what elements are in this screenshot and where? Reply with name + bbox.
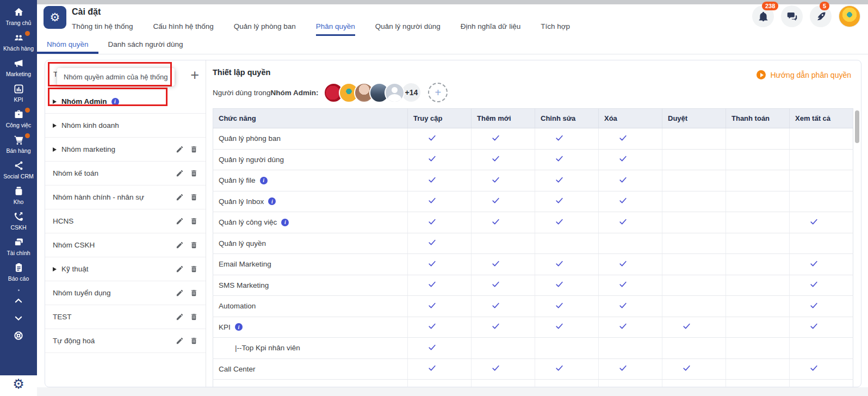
sidebar-item-warehouse[interactable]: Kho [0,183,37,208]
permission-cell[interactable] [472,338,535,359]
header-tab-5[interactable]: Quản lý người dùng [375,22,441,36]
group-row[interactable]: Nhóm tuyển dụng [45,281,206,305]
header-tab-3[interactable]: Quản lý phòng ban [234,22,296,36]
info-icon[interactable]: i [260,177,268,184]
permission-cell[interactable] [535,128,599,150]
add-group-button[interactable]: + [190,67,199,83]
permission-cell[interactable] [535,191,599,212]
permission-cell[interactable] [599,254,662,275]
permission-cell[interactable] [662,254,726,275]
permission-cell[interactable] [599,212,662,233]
sidebar-item-social[interactable]: Social CRM [0,157,37,183]
permission-cell[interactable] [790,296,853,317]
delete-group-button[interactable] [190,193,198,201]
permission-cell[interactable] [790,212,853,233]
permission-cell[interactable] [535,296,599,317]
permission-cell[interactable] [408,296,472,317]
permission-cell[interactable] [535,170,599,191]
quickstart-rocket-button[interactable]: 5 [810,5,832,27]
edit-group-button[interactable] [176,193,184,201]
expand-arrow-icon[interactable] [53,100,57,104]
expand-arrow-icon[interactable] [53,123,57,128]
permission-cell[interactable] [790,233,853,254]
permission-cell[interactable] [726,254,790,275]
permission-cell[interactable] [662,233,726,254]
info-icon[interactable]: i [111,98,119,106]
permission-cell[interactable] [662,170,726,191]
permission-cell[interactable] [408,212,472,233]
add-user-button[interactable]: + [428,83,448,102]
permission-cell[interactable] [726,191,790,212]
sidebar-item-tasks[interactable]: Công việc [0,106,37,132]
permission-cell[interactable] [662,275,726,296]
permission-cell[interactable] [472,296,535,317]
permission-cell[interactable] [790,317,853,338]
permission-cell[interactable] [408,149,472,170]
subtab-2[interactable]: Danh sách người dùng [98,36,193,54]
group-row[interactable]: Nhóm Admini [45,90,206,114]
permission-cell[interactable] [726,275,790,296]
header-tab-6[interactable]: Định nghĩa dữ liệu [461,22,520,36]
permission-cell[interactable] [662,191,726,212]
messages-button[interactable] [781,5,803,27]
delete-group-button[interactable] [190,169,198,177]
permission-cell[interactable] [472,149,535,170]
edit-group-button[interactable] [176,265,184,273]
permission-cell[interactable] [726,233,790,254]
sidebar-item-support[interactable]: CSKH [0,208,37,234]
permission-cell[interactable] [599,296,662,317]
permission-cell[interactable] [472,212,535,233]
permission-cell[interactable] [790,149,853,170]
settings-app-icon[interactable]: ⚙ [44,6,66,29]
permission-cell[interactable] [408,254,472,275]
info-icon[interactable]: i [235,323,243,331]
permission-cell[interactable] [662,212,726,233]
info-icon[interactable]: i [281,219,289,226]
permission-cell[interactable] [599,275,662,296]
group-row[interactable]: Nhóm CSKH [45,233,206,257]
permission-cell[interactable] [535,358,599,380]
delete-group-button[interactable] [190,241,198,249]
permission-cell[interactable] [662,338,726,359]
permission-cell[interactable] [599,358,662,380]
permission-cell[interactable] [599,338,662,359]
delete-group-button[interactable] [190,265,198,273]
group-row[interactable]: Nhóm kế toán [45,162,206,185]
permission-cell[interactable] [662,296,726,317]
edit-group-button[interactable] [176,145,184,153]
permission-cell[interactable] [535,254,599,275]
permission-cell[interactable] [790,191,853,212]
permission-cell[interactable] [535,338,599,359]
permission-cell[interactable] [726,128,790,150]
expand-arrow-icon[interactable] [53,267,57,271]
permission-cell[interactable] [535,212,599,233]
permission-cell[interactable] [408,338,472,359]
sidebar-item-reports[interactable]: Báo cáo [0,259,37,285]
user-avatar[interactable] [839,5,860,27]
sidebar-collapse-up-button[interactable] [0,292,37,310]
permission-cell[interactable] [599,170,662,191]
sidebar-item-finance[interactable]: Tài chính [0,234,37,259]
sidebar-item-customers[interactable]: Khách hàng [0,29,37,55]
permission-cell[interactable] [790,338,853,359]
permission-cell[interactable] [408,170,472,191]
sidebar-item-kpi[interactable]: KPI [0,81,37,106]
permission-cell[interactable] [408,233,472,254]
sidebar-item-home[interactable]: Trang chủ [0,4,37,29]
permission-cell[interactable] [599,317,662,338]
permission-cell[interactable] [535,317,599,338]
permission-cell[interactable] [662,317,726,338]
sidebar-item-sales[interactable]: Bán hàng [0,132,37,157]
permission-cell[interactable] [726,338,790,359]
permission-cell[interactable] [790,128,853,150]
permission-cell[interactable] [726,149,790,170]
permission-cell[interactable] [599,128,662,150]
permission-cell[interactable] [790,358,853,380]
permission-cell[interactable] [408,317,472,338]
permission-cell[interactable] [599,233,662,254]
permission-cell[interactable] [472,170,535,191]
permission-cell[interactable] [472,128,535,150]
header-tab-2[interactable]: Cấu hình hệ thống [153,22,214,36]
permission-cell[interactable] [472,254,535,275]
group-row[interactable]: HCNS [45,209,206,233]
